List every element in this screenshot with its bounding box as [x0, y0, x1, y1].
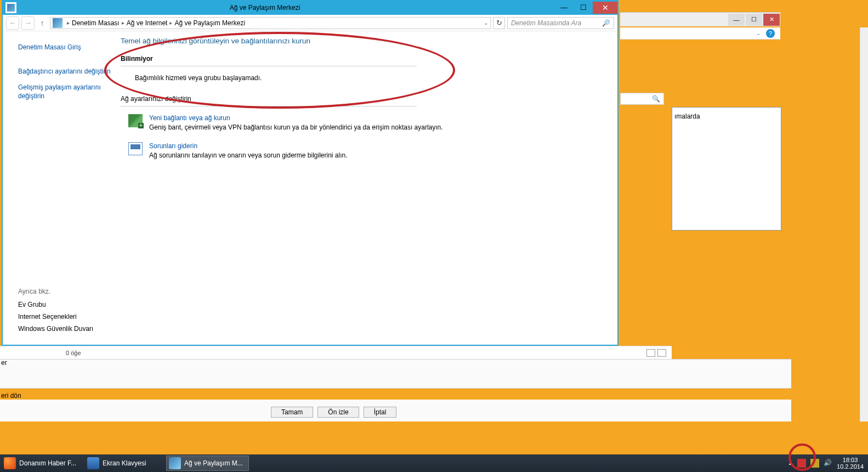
- taskbar-label: Donanım Haber F...: [19, 459, 76, 467]
- taskbar-item-firefox[interactable]: Donanım Haber F...: [1, 456, 82, 471]
- clock[interactable]: 18:03 10.2.2014: [837, 457, 864, 470]
- content-area: Temel ağ bilgilerinizi görüntüleyin ve b…: [112, 31, 617, 345]
- bg-panel: [0, 359, 791, 389]
- sidebar-link-internet-options[interactable]: Internet Seçenekleri: [18, 313, 93, 321]
- network-center-window: Ağ ve Paylaşım Merkezi — ☐ ✕ ← → ↑ ▸ Den…: [2, 0, 619, 346]
- bg-close-button[interactable]: ✕: [763, 14, 780, 26]
- time-label: 18:03: [837, 457, 864, 463]
- search-input[interactable]: Denetim Masasında Ara 🔍: [507, 17, 614, 29]
- breadcrumb-item[interactable]: Ağ ve Internet: [127, 19, 168, 27]
- back-button[interactable]: ←: [6, 16, 19, 30]
- divider: [121, 106, 417, 106]
- action-item: Yeni bağlantı veya ağ kurun Geniş bant, …: [128, 114, 601, 131]
- chevron-right-icon: ▸: [169, 20, 172, 26]
- item-count: 0 öğe: [66, 350, 81, 356]
- troubleshoot-desc: Ağ sorunlarını tanılayın ve onarın veya …: [149, 151, 348, 159]
- bg-text-fragment: er: [1, 359, 7, 367]
- troubleshoot-link[interactable]: Sorunları giderin: [149, 142, 348, 150]
- ok-button[interactable]: Tamam: [271, 407, 313, 418]
- taskbar-item-osk[interactable]: Ekran Klavyesi: [84, 456, 164, 471]
- show-hidden-icons[interactable]: ▲: [788, 460, 793, 466]
- bg-maximize-button[interactable]: ☐: [746, 14, 762, 26]
- change-settings-header: Ağ ayarlarınızı değiştirin: [121, 95, 601, 104]
- sidebar-link-advanced-sharing[interactable]: Gelişmiş paylaşım ayarlarını değiştirin: [18, 83, 112, 100]
- chevron-down-icon[interactable]: ⌄: [484, 20, 488, 26]
- breadcrumb-item[interactable]: Denetim Masası: [72, 19, 120, 27]
- divider: [121, 66, 417, 66]
- sidebar-link-home[interactable]: Denetim Masası Giriş: [18, 43, 112, 52]
- explorer-statusbar: 0 öğe: [0, 346, 672, 359]
- see-also-header: Ayrıca bkz.: [18, 288, 93, 295]
- breadcrumb-item[interactable]: Ağ ve Paylaşım Merkezi: [174, 19, 245, 27]
- taskbar-label: Ekran Klavyesi: [103, 459, 146, 467]
- keyboard-icon: [87, 457, 99, 469]
- chevron-right-icon: ▸: [67, 20, 70, 26]
- preview-button[interactable]: Ön izle: [317, 407, 359, 418]
- window-title: Ağ ve Paylaşım Merkezi: [19, 4, 554, 12]
- page-heading: Temel ağ bilgilerinizi görüntüleyin ve b…: [121, 37, 601, 45]
- titlebar[interactable]: Ağ ve Paylaşım Merkezi — ☐ ✕: [3, 0, 617, 15]
- firefox-icon: [4, 457, 16, 469]
- taskbar-label: Ağ ve Paylaşım M...: [184, 459, 243, 467]
- maximize-button[interactable]: ☐: [574, 2, 593, 14]
- network-icon: [5, 2, 16, 13]
- search-icon: 🔍: [652, 95, 660, 103]
- bg-text-fragment: ımalarda: [674, 113, 700, 120]
- breadcrumb-bar[interactable]: ▸ Denetim Masası ▸ Ağ ve Internet ▸ Ağ v…: [50, 17, 491, 29]
- bg-search-field[interactable]: 🔍: [620, 93, 664, 105]
- system-tray: ▲ 18:03 10.2.2014: [788, 457, 868, 470]
- bg-ribbon: ⌄ ?: [620, 27, 780, 40]
- scrollbar[interactable]: [860, 27, 868, 422]
- search-placeholder: Denetim Masasında Ara: [511, 19, 581, 27]
- nav-toolbar: ← → ↑ ▸ Denetim Masası ▸ Ağ ve Internet …: [3, 15, 617, 31]
- network-icon: [169, 457, 181, 469]
- new-connection-icon: [128, 114, 143, 127]
- icons-view-icon[interactable]: [657, 349, 666, 357]
- refresh-button[interactable]: ↻: [493, 17, 505, 29]
- network-tray-icon[interactable]: [810, 459, 819, 468]
- network-icon: [53, 18, 63, 28]
- new-connection-desc: Geniş bant, çevirmeli veya VPN bağlantıs…: [149, 123, 443, 131]
- sidebar: Denetim Masası Giriş Bağdaştırıcı ayarla…: [3, 31, 112, 345]
- search-icon: 🔍: [602, 19, 610, 27]
- help-icon[interactable]: ?: [766, 29, 775, 38]
- dependency-error-text: Bağımlılık hizmeti veya grubu başlayamad…: [135, 74, 601, 82]
- background-window-titlebar: — ☐ ✕: [620, 12, 780, 26]
- taskbar-item-network-center[interactable]: Ağ ve Paylaşım M...: [166, 456, 249, 471]
- sidebar-link-firewall[interactable]: Windows Güvenlik Duvarı: [18, 325, 93, 333]
- cancel-button[interactable]: İptal: [364, 407, 397, 418]
- date-label: 10.2.2014: [837, 463, 864, 470]
- sidebar-link-adapter[interactable]: Bağdaştırıcı ayarlarını değiştirin: [18, 68, 112, 76]
- unknown-network-label: Bilinmiyor: [121, 55, 601, 64]
- minimize-button[interactable]: —: [554, 2, 574, 14]
- forward-button[interactable]: →: [21, 16, 35, 30]
- bg-textbox: [672, 107, 781, 231]
- chevron-right-icon: ▸: [122, 20, 124, 26]
- volume-icon[interactable]: [824, 459, 832, 468]
- up-button[interactable]: ↑: [37, 18, 48, 29]
- chevron-down-icon[interactable]: ⌄: [756, 30, 761, 36]
- bg-text-fragment: eri dön: [1, 392, 21, 400]
- new-connection-link[interactable]: Yeni bağlantı veya ağ kurun: [149, 114, 443, 122]
- action-item: Sorunları giderin Ağ sorunlarını tanılay…: [128, 142, 601, 159]
- close-button[interactable]: ✕: [593, 2, 617, 14]
- details-view-icon[interactable]: [646, 349, 655, 357]
- taskbar: Donanım Haber F... Ekran Klavyesi Ağ ve …: [0, 454, 868, 472]
- action-center-icon[interactable]: [797, 459, 806, 468]
- bg-minimize-button[interactable]: —: [728, 14, 745, 26]
- troubleshoot-icon: [128, 142, 143, 155]
- sidebar-link-homegroup[interactable]: Ev Grubu: [18, 301, 93, 308]
